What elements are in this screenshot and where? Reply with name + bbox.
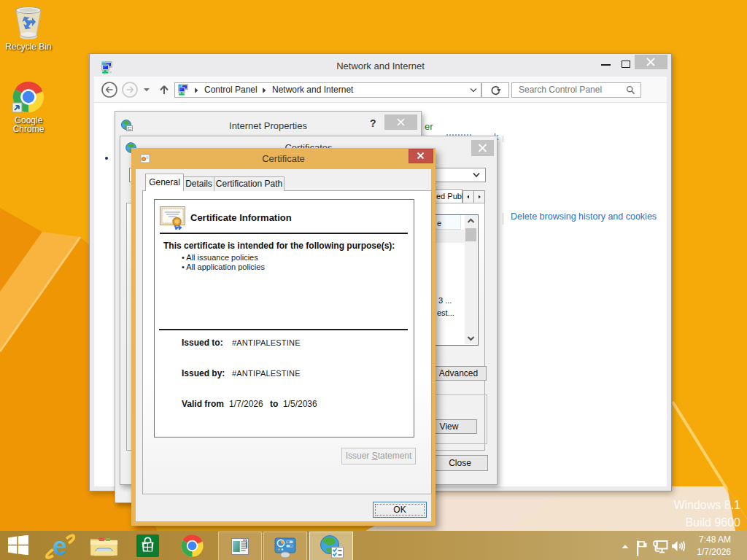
svg-text:e: e xyxy=(53,532,66,559)
